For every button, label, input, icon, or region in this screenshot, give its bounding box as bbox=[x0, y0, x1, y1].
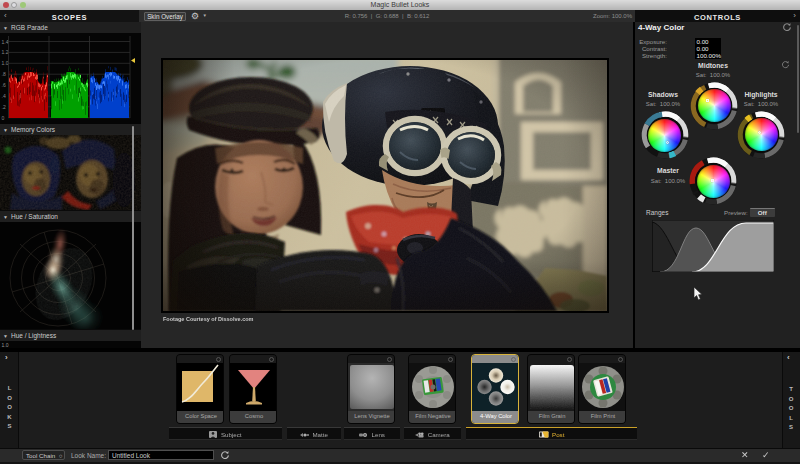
svg-text:.4: .4 bbox=[2, 93, 6, 99]
svg-text:1.2: 1.2 bbox=[2, 49, 9, 55]
svg-text:.2: .2 bbox=[2, 104, 6, 110]
svg-text:.6: .6 bbox=[2, 82, 6, 88]
svg-text:.8: .8 bbox=[2, 71, 6, 77]
svg-text:1.0: 1.0 bbox=[2, 60, 9, 66]
svg-text:1.4: 1.4 bbox=[2, 39, 9, 45]
svg-text:0: 0 bbox=[2, 115, 5, 121]
